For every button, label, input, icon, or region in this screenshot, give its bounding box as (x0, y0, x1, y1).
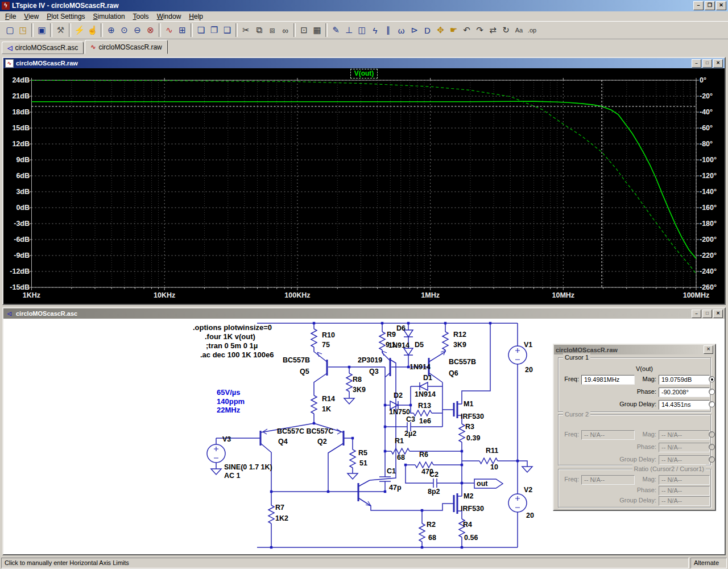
D6-value[interactable]: 1N914 (388, 341, 410, 349)
maximize-button[interactable]: □ (702, 59, 712, 68)
y-right-tick-label[interactable]: -60° (700, 123, 723, 133)
y-right-tick-label[interactable]: -180° (700, 219, 723, 228)
resistor-R2[interactable] (419, 523, 425, 542)
C3-value[interactable]: 2µ2 (404, 430, 416, 438)
R11-ref[interactable]: R11 (486, 447, 498, 455)
ground-button[interactable]: ⊥ (342, 23, 355, 37)
R7-ref[interactable]: R7 (275, 504, 284, 512)
cursor1-phase-radio[interactable] (709, 389, 715, 395)
resistor-R10[interactable] (311, 329, 317, 347)
diode-button[interactable]: ⊳ (408, 23, 421, 37)
schematic-window-titlebar[interactable]: ◁ circloMOScascR.asc – □ ✕ (3, 308, 725, 319)
y-right-tick-label[interactable]: -220° (700, 251, 723, 260)
cursor1-phase-field[interactable]: -90.2008° (659, 387, 710, 397)
y-left-tick-label[interactable]: 9dB (6, 155, 30, 164)
resistor-R5[interactable] (350, 450, 355, 468)
maximize-button[interactable]: □ (702, 310, 712, 318)
R8-value[interactable]: 3K9 (353, 386, 366, 394)
D2-value[interactable]: 1N750 (389, 408, 410, 416)
C2-ref[interactable]: C2 (429, 471, 439, 479)
directive-tran[interactable]: ;tran 0 5m 0 1µ (206, 341, 258, 350)
M2-value[interactable]: IRF530 (461, 505, 484, 513)
cascade-windows-button[interactable]: ❏ (195, 23, 208, 37)
minimize-button[interactable]: – (693, 1, 704, 10)
cursor1-mag-field[interactable]: 19.0759dB (659, 375, 710, 385)
R9-ref[interactable]: R9 (387, 331, 396, 339)
close-button[interactable]: ✕ (716, 1, 726, 10)
V1-value[interactable]: 20 (525, 366, 533, 374)
R1-ref[interactable]: R1 (395, 437, 404, 445)
y-left-tick-label[interactable]: 24dB (6, 76, 30, 85)
plot-area[interactable]: V(out) 24dB21dB18dB15dB12dB9dB6dB3dB0dB-… (3, 68, 725, 304)
resistor-R7[interactable] (268, 505, 274, 523)
Q4-Q2-type[interactable]: BC557C BC557C (277, 427, 333, 435)
y-right-tick-label[interactable]: -40° (700, 108, 723, 117)
R5-value[interactable]: 51 (359, 459, 367, 467)
rotate-button[interactable]: ↻ (499, 23, 512, 37)
cursor1-group-delay-field[interactable]: 14.4351ns (659, 400, 710, 410)
C3-ref[interactable]: C3 (406, 415, 415, 423)
D2-ref[interactable]: D2 (394, 391, 403, 399)
cursor-dialog[interactable]: circloMOScascR.raw ✕ Cursor 1 V(out) Fre… (553, 344, 716, 511)
halt-button[interactable]: ☝ (86, 23, 99, 37)
y-left-tick-label[interactable]: 18dB (6, 108, 30, 117)
bjt-button[interactable]: D (421, 23, 434, 37)
y-left-tick-label[interactable]: -9dB (6, 251, 30, 260)
R12-ref[interactable]: R12 (453, 331, 466, 339)
close-button[interactable]: ✕ (713, 59, 723, 68)
inductor-button[interactable]: ω (395, 23, 408, 37)
y-right-tick-label[interactable]: -80° (700, 139, 723, 149)
redo-button[interactable]: ↷ (473, 23, 486, 37)
save-button[interactable]: ▣ (35, 23, 48, 37)
directive-ac[interactable]: .ac dec 100 1K 100e6 (200, 351, 274, 359)
R6-ref[interactable]: R6 (419, 451, 428, 459)
y-left-tick-label[interactable]: 21dB (6, 92, 30, 101)
waveform-window-titlebar[interactable]: ∿ circloMOScascR.raw – □ ✕ (3, 58, 725, 68)
paste-button[interactable]: ⧈ (266, 23, 279, 37)
R4-value[interactable]: 0.56 (464, 534, 478, 542)
x-tick-label[interactable]: 1KHz (6, 291, 57, 300)
cursor-lines[interactable] (32, 80, 697, 287)
V3-ac[interactable]: AC 1 (224, 472, 241, 480)
D5-ref[interactable]: D5 (415, 341, 424, 349)
R13-ref[interactable]: R13 (418, 402, 431, 410)
C2-value[interactable]: 8p2 (428, 488, 440, 496)
D1-value[interactable]: 1N914 (415, 390, 436, 398)
capacitor-button[interactable]: ∥ (382, 23, 395, 37)
y-left-tick-label[interactable]: 0dB (6, 203, 30, 212)
x-tick-label[interactable]: 10MHz (537, 291, 589, 300)
R11-value[interactable]: 10 (490, 463, 498, 471)
resistor-R12[interactable] (442, 332, 448, 350)
tab-circloMOScascR-asc[interactable]: ◁ circloMOScascR.asc (2, 42, 84, 54)
control-panel-button[interactable]: ⚒ (54, 23, 67, 37)
status-alternate[interactable]: Alternate (690, 558, 727, 568)
D6-ref[interactable]: D6 (396, 324, 406, 332)
menu-plot-settings[interactable]: Plot Settings (43, 12, 89, 21)
cursor1-group-delay-radio[interactable] (709, 401, 715, 407)
R5-ref[interactable]: R5 (358, 449, 367, 457)
y-right-tick-label[interactable]: -140° (700, 187, 723, 196)
autorange-axes-button[interactable]: ⊞ (176, 23, 189, 37)
minimize-button[interactable]: – (692, 310, 701, 318)
V2-value[interactable]: 20 (526, 512, 534, 519)
D5-value[interactable]: 1N914 (410, 363, 431, 371)
V1-ref[interactable]: V1 (524, 341, 532, 349)
y-right-tick-label[interactable]: 0° (700, 76, 723, 85)
close-button[interactable]: ✕ (713, 310, 723, 318)
M1-ref[interactable]: M1 (464, 400, 473, 408)
find-button[interactable]: ∞ (279, 23, 292, 37)
menu-view[interactable]: View (20, 12, 43, 21)
move-button[interactable]: ✥ (434, 23, 447, 37)
drag-button[interactable]: ☛ (447, 23, 460, 37)
resistor-R3[interactable] (459, 424, 465, 442)
R4-ref[interactable]: R4 (463, 521, 472, 529)
zoom-region-button[interactable]: ⊙ (118, 23, 131, 37)
open-button[interactable]: ◳ (16, 23, 30, 37)
resistor-R9[interactable] (379, 332, 385, 350)
net-label-button[interactable]: ◫ (355, 23, 369, 37)
y-left-tick-label[interactable]: 12dB (6, 139, 30, 149)
spice-directives[interactable]: .options plotwinsize=0 .four 1K v(out) ;… (193, 323, 274, 414)
resistor-R8[interactable] (346, 373, 352, 391)
menu-file[interactable]: File (1, 12, 20, 21)
tile-horizontal-button[interactable]: ❐ (208, 23, 221, 37)
